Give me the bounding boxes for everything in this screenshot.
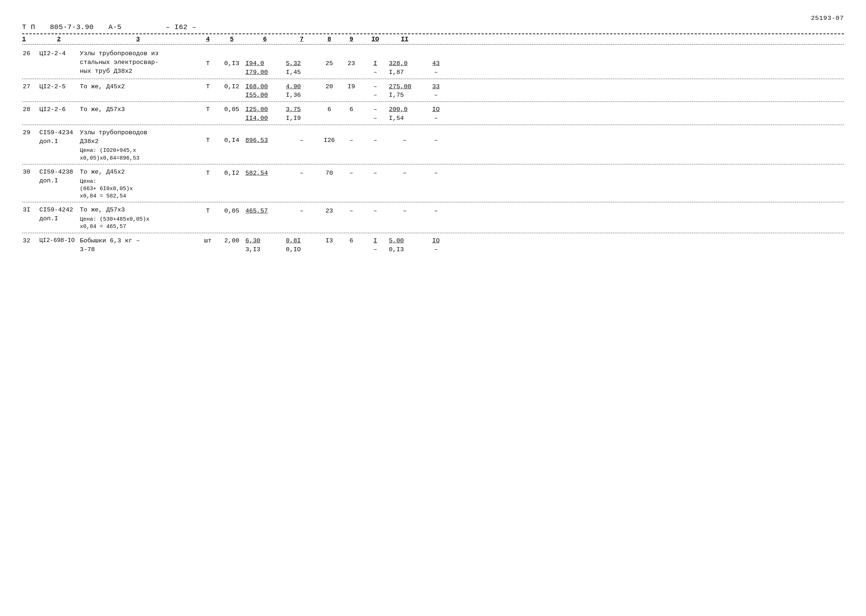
cell-col9: I – xyxy=(362,236,388,255)
cell-col6: 4,90 I,36 xyxy=(285,82,318,101)
col-h-9: 9 xyxy=(340,36,362,42)
cell-num: 3I xyxy=(22,205,39,215)
cell-col8: 23 xyxy=(340,49,362,68)
cell-col5: 6,30 3,I3 xyxy=(245,236,285,255)
cell-desc: То же, Д57х3 xyxy=(79,105,197,115)
cell-unit: шт xyxy=(197,236,219,246)
cell-code: CI59-4234 доп.I xyxy=(39,128,79,146)
cell-col6: 3,75 I,I9 xyxy=(285,105,318,123)
cell-col9: I – xyxy=(362,49,388,77)
header-section: А-5 xyxy=(108,23,122,31)
cell-desc: Узлы трубопроводов из стальных электросв… xyxy=(79,49,197,76)
cell-col6: 0,8I 0,IO xyxy=(285,236,318,255)
cell-col8: – xyxy=(340,205,362,216)
col-h-extra xyxy=(421,36,451,42)
cell-col6: – xyxy=(285,167,318,178)
cell-col10: 200,0 I,54 xyxy=(388,105,421,123)
cell-num: 29 xyxy=(22,128,39,138)
header-code: 805-7-3.90 xyxy=(50,23,94,31)
cell-col9: – xyxy=(362,128,388,145)
cell-col10: – xyxy=(388,128,421,145)
header-divider xyxy=(22,33,844,34)
table-row: 28 ЦI2-2-6 То же, Д57х3 Т 0,05 I25,00 II… xyxy=(22,103,844,123)
table-body: 26 ЦI2-2-4 Узлы трубопроводов из стальны… xyxy=(22,47,844,254)
col-h-5: 5 xyxy=(219,36,245,42)
cell-col4: 0,I4 xyxy=(219,128,245,145)
cell-num: 30 xyxy=(22,167,39,177)
col-h-6: 6 xyxy=(245,36,285,42)
cell-col5: I94,0 I79,00 xyxy=(245,49,285,77)
cell-col7: 20 xyxy=(318,82,340,91)
cell-unit: Т xyxy=(197,82,219,91)
cell-col10: 275,00 I,75 xyxy=(388,82,421,101)
cell-col5: I68,00 I55,00 xyxy=(245,82,285,101)
cell-col11: 33 – xyxy=(421,82,451,101)
header-row: Т П 805-7-3.90 А-5 – I62 – xyxy=(22,23,844,31)
cell-col5: 465,57 xyxy=(245,205,285,216)
cell-code: ЦI2-2-5 xyxy=(39,82,79,91)
cell-unit: Т xyxy=(197,205,219,216)
cell-col11: – xyxy=(421,128,451,145)
cell-col4: 2,00 xyxy=(219,236,245,246)
cell-num: 28 xyxy=(22,105,39,115)
cell-col9: – xyxy=(362,205,388,216)
cell-col11: 43 – xyxy=(421,49,451,77)
col-h-4: 4 xyxy=(197,36,219,42)
cell-col5: I25,00 II4,00 xyxy=(245,105,285,123)
cell-desc: Узлы трубопроводов Д38х2 Цена: (IO20+945… xyxy=(79,128,197,163)
cell-col4: 0,I2 xyxy=(219,167,245,178)
cell-code: ЦI2-2-4 xyxy=(39,49,79,58)
cell-num: 32 xyxy=(22,236,39,246)
cell-unit: Т xyxy=(197,167,219,178)
cell-code: CI59-4238 доп.I xyxy=(39,167,79,186)
cell-col7: 23 xyxy=(318,205,340,216)
cell-col7: 6 xyxy=(318,105,340,115)
cell-col9: – xyxy=(362,167,388,178)
cell-col4: 0,I2 xyxy=(219,82,245,91)
cell-col11: – xyxy=(421,167,451,178)
cell-col11: IO – xyxy=(421,105,451,123)
cell-col5: 582,54 xyxy=(245,167,285,178)
cell-col4: 0,05 xyxy=(219,205,245,216)
table-row: 32 ЦI2-698-IO Бобышки 6,3 кг – 3-78 шт 2… xyxy=(22,235,844,255)
cell-col8: I9 xyxy=(340,82,362,91)
header-page: – I62 – xyxy=(165,23,196,31)
header-tp: Т П xyxy=(22,23,35,31)
table-row: 29 CI59-4234 доп.I Узлы трубопроводов Д3… xyxy=(22,127,844,163)
cell-col7: I3 xyxy=(318,236,340,246)
cell-desc: То же, Д45х2 Цена: (663+ 6I0х0,05)х х0,8… xyxy=(79,167,197,201)
cell-col11: IO – xyxy=(421,236,451,255)
cell-num: 26 xyxy=(22,49,39,58)
col-h-3: 3 xyxy=(79,36,197,42)
cell-col9: – – xyxy=(362,82,388,101)
cell-unit: Т xyxy=(197,105,219,115)
cell-unit: Т xyxy=(197,49,219,68)
cell-col6: – xyxy=(285,205,318,216)
column-headers: 1 2 3 4 5 6 7 8 9 IO II xyxy=(22,36,844,44)
table-row: 26 ЦI2-2-4 Узлы трубопроводов из стальны… xyxy=(22,47,844,77)
cell-col8: – xyxy=(340,167,362,178)
table-row: 27 ЦI2-2-5 То же, Д45х2 Т 0,I2 I68,00 I5… xyxy=(22,80,844,101)
cell-col8: – xyxy=(340,128,362,145)
cell-col10: – xyxy=(388,167,421,178)
cell-num: 27 xyxy=(22,82,39,91)
cell-col6: 5,32 I,45 xyxy=(285,49,318,77)
col-h-7: 7 xyxy=(285,36,318,42)
cell-col8: 6 xyxy=(340,105,362,115)
cell-col5: 896,53 xyxy=(245,128,285,145)
page-number: 25193-07 xyxy=(22,15,844,22)
cell-col7: I26 xyxy=(318,128,340,145)
cell-code: CI59-4242 доп.I xyxy=(39,205,79,223)
cell-col10: 328,0 I,87 xyxy=(388,49,421,77)
cell-desc: То же, Д57х3 Цена: (530+485х0,05)х х0,84… xyxy=(79,205,197,231)
cell-col11: – xyxy=(421,205,451,216)
cell-code: ЦI2-2-6 xyxy=(39,105,79,115)
cell-col8: 6 xyxy=(340,236,362,246)
cell-col7: 70 xyxy=(318,167,340,178)
cell-unit: Т xyxy=(197,128,219,145)
cell-code: ЦI2-698-IO xyxy=(39,236,79,245)
cell-col6: – xyxy=(285,128,318,145)
cell-col4: 0,05 xyxy=(219,105,245,115)
col-h-10: IO xyxy=(362,36,388,42)
cell-col9: – – xyxy=(362,105,388,123)
